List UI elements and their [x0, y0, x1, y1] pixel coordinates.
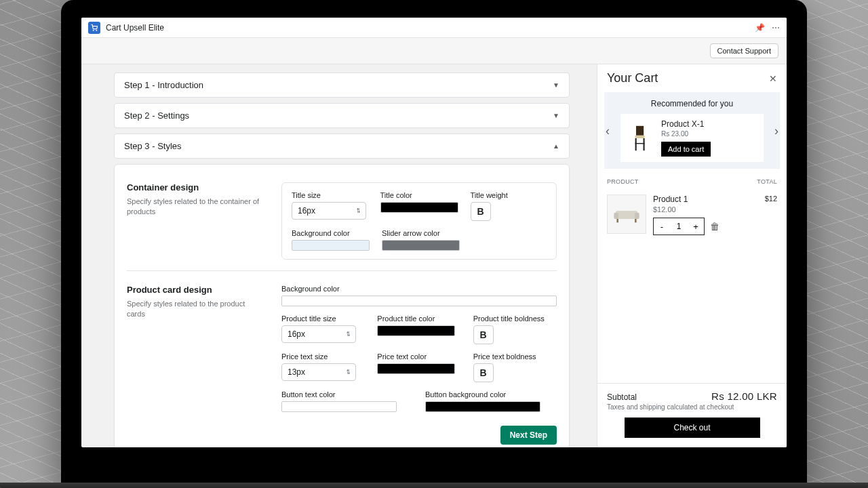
ptitle-color-label: Product title color: [377, 314, 460, 323]
step-2-header[interactable]: Step 2 - Settings ▼: [114, 103, 570, 128]
price-size-label: Price text size: [281, 352, 365, 361]
price-color-swatch[interactable]: [377, 363, 455, 374]
svg-point-0: [93, 30, 94, 30]
cart-panel: Your Cart ✕ Recommended for you ‹ › Prod…: [597, 64, 787, 447]
contact-support-button[interactable]: Contact Support: [710, 43, 779, 58]
cart-title: Your Cart: [607, 71, 658, 85]
app-icon: [88, 22, 100, 34]
svg-rect-5: [644, 138, 645, 150]
close-icon[interactable]: ✕: [769, 73, 777, 84]
sub-bar: Contact Support: [81, 38, 787, 64]
recommend-title: Recommended for you: [608, 99, 776, 108]
divider: [127, 270, 557, 271]
caret-down-icon: ▼: [553, 112, 559, 119]
step-3-header[interactable]: Step 3 - Styles ▲: [114, 134, 570, 159]
card-bg-label: Background color: [281, 285, 557, 293]
recommend-image: [627, 121, 654, 155]
app-title: Cart Upsell Elite: [106, 23, 164, 33]
step-2-label: Step 2 - Settings: [124, 110, 189, 121]
price-bold-toggle[interactable]: B: [473, 363, 494, 382]
container-design-title: Container design: [127, 182, 262, 192]
caret-up-icon: ▲: [553, 142, 559, 150]
title-size-label: Title size: [292, 191, 368, 199]
ptitle-size-label: Product title size: [281, 314, 365, 323]
slider-arrow-swatch[interactable]: [382, 240, 460, 251]
svg-rect-11: [635, 219, 637, 222]
svg-rect-4: [635, 138, 637, 150]
qty-stepper: - 1 +: [653, 218, 705, 235]
product-card-design-desc: Specify styles related to the product ca…: [127, 299, 262, 320]
price-bold-label: Price text boldness: [473, 352, 557, 361]
more-icon[interactable]: ⋯: [772, 23, 780, 33]
qty-decrease-button[interactable]: -: [654, 218, 670, 235]
pin-icon[interactable]: 📌: [755, 23, 765, 33]
styles-card: Container design Specify styles related …: [114, 164, 570, 447]
bg-color-label: Background color: [292, 229, 370, 237]
btn-bg-color-swatch[interactable]: [425, 401, 540, 412]
cart-item-image: [607, 195, 646, 234]
price-color-label: Price text color: [377, 352, 460, 361]
svg-rect-8: [614, 213, 618, 219]
checkout-button[interactable]: Check out: [625, 418, 760, 438]
cart-item-price: $12.00: [653, 205, 758, 214]
svg-rect-6: [635, 143, 645, 144]
chevron-left-icon[interactable]: ‹: [606, 123, 610, 138]
step-1-label: Step 1 - Introduction: [124, 80, 203, 90]
recommend-block: Recommended for you ‹ › Product X-1 Rs 2…: [604, 92, 780, 169]
product-card-design-title: Product card design: [127, 285, 262, 295]
chevron-right-icon[interactable]: ›: [774, 123, 778, 138]
btn-text-color-swatch[interactable]: [281, 401, 397, 412]
step-3-label: Step 3 - Styles: [124, 141, 182, 151]
caret-down-icon: ▼: [553, 81, 559, 89]
ptitle-bold-toggle[interactable]: B: [473, 325, 494, 344]
subtotal-amount: Rs 12.00 LKR: [711, 390, 777, 402]
ptitle-size-select[interactable]: 16px: [281, 325, 356, 343]
cart-item-total: $12: [765, 195, 777, 235]
btn-bg-color-label: Button background color: [425, 390, 557, 399]
cart-item: Product 1 $12.00 - 1 + 🗑 $12: [597, 188, 787, 242]
recommend-product-price: Rs 23.00: [661, 130, 757, 138]
title-bold-toggle[interactable]: B: [471, 202, 491, 221]
next-step-button[interactable]: Next Step: [500, 426, 557, 445]
app-topbar: Cart Upsell Elite 📌 ⋯: [81, 18, 787, 38]
btn-text-color-label: Button text color: [281, 390, 413, 399]
title-color-label: Title color: [380, 191, 458, 199]
container-design-desc: Specify styles related to the container …: [127, 197, 262, 218]
screen: Cart Upsell Elite 📌 ⋯ Contact Support St…: [81, 18, 787, 447]
svg-rect-3: [635, 135, 645, 138]
price-size-select[interactable]: 13px: [281, 363, 356, 381]
laptop-frame: Cart Upsell Elite 📌 ⋯ Contact Support St…: [61, 0, 807, 488]
laptop-base: [0, 483, 868, 488]
svg-rect-7: [616, 211, 637, 219]
svg-rect-10: [616, 219, 618, 222]
qty-value: 1: [670, 218, 688, 235]
svg-rect-2: [636, 125, 644, 135]
col-total: TOTAL: [757, 178, 777, 185]
steps-panel: Step 1 - Introduction ▼ Step 2 - Setting…: [81, 64, 597, 447]
cart-item-name: Product 1: [653, 195, 758, 204]
slider-arrow-label: Slider arrow color: [382, 229, 460, 237]
title-color-swatch[interactable]: [380, 202, 458, 213]
add-to-cart-button[interactable]: Add to cart: [661, 142, 711, 157]
svg-rect-9: [635, 213, 639, 219]
container-bg-swatch[interactable]: [292, 240, 370, 251]
step-1-header[interactable]: Step 1 - Introduction ▼: [114, 73, 570, 98]
recommend-card: Product X-1 Rs 23.00 Add to cart: [620, 114, 764, 162]
tax-note: Taxes and shipping calculated at checkou…: [607, 403, 777, 411]
ptitle-bold-label: Product title boldness: [473, 314, 557, 323]
trash-icon[interactable]: 🗑: [710, 221, 719, 232]
qty-increase-button[interactable]: +: [688, 218, 704, 235]
ptitle-color-swatch[interactable]: [377, 325, 455, 336]
recommend-product-name: Product X-1: [661, 119, 757, 129]
title-weight-label: Title weight: [471, 191, 547, 199]
title-size-select[interactable]: 16px: [292, 202, 366, 220]
card-bg-swatch[interactable]: [281, 296, 557, 306]
svg-point-1: [96, 30, 97, 30]
col-product: PRODUCT: [607, 178, 639, 185]
subtotal-label: Subtotal: [607, 392, 637, 402]
